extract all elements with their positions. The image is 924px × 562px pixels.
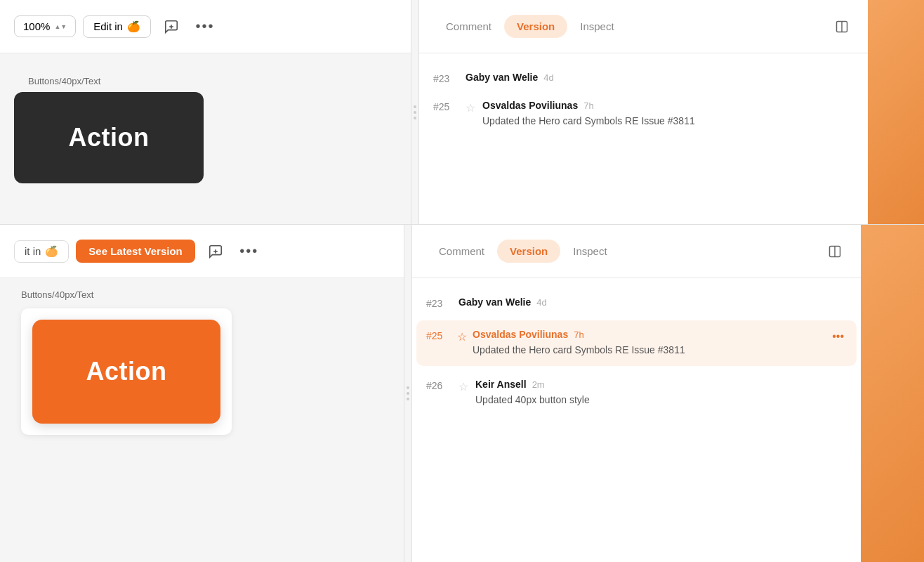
version-author: Gaby van Welie bbox=[466, 72, 538, 83]
version-time-highlighted: 7h bbox=[574, 329, 583, 340]
bottom-right-panel: Comment Version Inspect #23 bbox=[411, 225, 861, 562]
top-canvas-pane: 100% ▲▼ Edit in 🍊 ••• Buttons/40px/Text bbox=[0, 0, 411, 224]
version-item-23-bottom: #23 Gaby van Welie 4d bbox=[426, 289, 847, 318]
tab-version-bottom[interactable]: Version bbox=[497, 240, 560, 263]
version-time: 4d bbox=[543, 72, 553, 83]
zoom-value: 100% bbox=[23, 20, 50, 32]
split-view-button-top[interactable] bbox=[830, 15, 854, 39]
version-header-26: Keir Ansell 2m bbox=[475, 379, 847, 390]
more-options-button-bottom[interactable]: ••• bbox=[236, 238, 263, 265]
ellipsis-icon-bottom: ••• bbox=[239, 243, 258, 259]
bottom-canvas-content: Buttons/40px/Text Action bbox=[0, 278, 404, 562]
version-number: #23 bbox=[433, 72, 458, 84]
version-header: Gaby van Welie 4d bbox=[458, 296, 847, 308]
edit-btn-label: Edit in bbox=[93, 20, 123, 32]
edit-sketch-button-bottom[interactable]: it in 🍊 bbox=[14, 240, 69, 263]
version-number-highlighted: #25 bbox=[426, 329, 451, 341]
version-info: Gaby van Welie 4d bbox=[458, 296, 847, 311]
zoom-chevrons: ▲▼ bbox=[54, 23, 67, 30]
canvas-label-top: Buttons/40px/Text bbox=[14, 65, 397, 92]
version-info: Gaby van Welie 4d bbox=[466, 72, 854, 86]
action-button-orange: Action bbox=[32, 320, 220, 424]
bottom-canvas-pane: it in 🍊 See Latest Version ••• Buttons/4… bbox=[0, 225, 404, 562]
sketch-icon: 🍊 bbox=[127, 20, 140, 33]
ellipsis-icon: ••• bbox=[195, 18, 214, 34]
version-author: Osvaldas Poviliunas bbox=[482, 100, 578, 111]
version-info: Osvaldas Poviliunas 7h Updated the Hero … bbox=[482, 100, 854, 129]
panel-divider-vertical-bottom bbox=[404, 225, 411, 562]
version-desc: Updated the Hero card Symbols RE Issue #… bbox=[482, 114, 854, 129]
action-text-dark: Action bbox=[69, 123, 150, 152]
version-number: #25 bbox=[433, 100, 458, 112]
see-latest-button[interactable]: See Latest Version bbox=[76, 240, 194, 263]
top-right-toolbar: Comment Version Inspect bbox=[419, 0, 868, 53]
canvas-label-bottom: Buttons/40px/Text bbox=[21, 289, 390, 308]
add-comment-button[interactable] bbox=[158, 13, 185, 40]
version-list-bottom: #23 Gaby van Welie 4d #25 ☆ Osvaldas Pov… bbox=[412, 278, 861, 562]
version-author-highlighted: Osvaldas Poviliunas bbox=[473, 329, 568, 340]
more-options-version-button[interactable]: ••• bbox=[829, 329, 847, 344]
bottom-toolbar: it in 🍊 See Latest Version ••• bbox=[0, 225, 404, 278]
top-canvas-area: Buttons/40px/Text Action bbox=[0, 53, 411, 224]
panel-divider-vertical bbox=[411, 0, 418, 224]
version-time: 7h bbox=[583, 100, 593, 111]
tab-inspect-top[interactable]: Inspect bbox=[567, 15, 626, 38]
split-view-button-bottom[interactable] bbox=[823, 240, 847, 263]
version-item-23-top: #23 Gaby van Welie 4d bbox=[433, 65, 854, 93]
tab-comment-bottom[interactable]: Comment bbox=[426, 240, 497, 263]
version-list-top: #23 Gaby van Welie 4d #25 ☆ Osvaldas Pov… bbox=[419, 53, 868, 224]
star-icon-highlighted: ☆ bbox=[457, 329, 467, 344]
version-info-highlighted: Osvaldas Poviliunas 7h Updated the Hero … bbox=[473, 329, 824, 358]
tab-inspect-bottom[interactable]: Inspect bbox=[560, 240, 619, 263]
action-card-bottom: Action bbox=[21, 308, 232, 435]
version-time-26: 2m bbox=[532, 379, 545, 390]
top-panel: 100% ▲▼ Edit in 🍊 ••• Buttons/40px/Text bbox=[0, 0, 924, 225]
see-latest-label: See Latest Version bbox=[88, 245, 182, 257]
star-icon-26: ☆ bbox=[458, 379, 468, 393]
add-comment-button-bottom[interactable] bbox=[202, 238, 229, 265]
version-info-26: Keir Ansell 2m Updated 40px button style bbox=[475, 379, 847, 407]
top-toolbar: 100% ▲▼ Edit in 🍊 ••• bbox=[0, 0, 411, 53]
bottom-canvas-inner: Buttons/40px/Text Action bbox=[14, 289, 390, 435]
action-text-orange: Action bbox=[86, 357, 167, 386]
version-desc-highlighted: Updated the Hero card Symbols RE Issue #… bbox=[473, 343, 824, 358]
version-number: #26 bbox=[426, 379, 451, 391]
sketch-icon-bottom: 🍊 bbox=[45, 245, 58, 258]
action-button-dark: Action bbox=[14, 92, 204, 183]
version-time: 4d bbox=[536, 297, 546, 308]
tab-version-top[interactable]: Version bbox=[504, 15, 567, 38]
version-item-26-bottom: #26 ☆ Keir Ansell 2m Updated 40px button… bbox=[426, 372, 847, 414]
tab-comment-top[interactable]: Comment bbox=[433, 15, 504, 38]
version-author-26: Keir Ansell bbox=[475, 379, 527, 390]
more-options-button[interactable]: ••• bbox=[192, 13, 218, 40]
version-header: Osvaldas Poviliunas 7h bbox=[482, 100, 854, 111]
top-right-panel: Comment Version Inspect #23 bbox=[418, 0, 868, 224]
version-item-25-bottom-highlighted: #25 ☆ Osvaldas Poviliunas 7h Updated the… bbox=[416, 320, 857, 366]
star-icon: ☆ bbox=[466, 100, 475, 115]
bottom-panel: it in 🍊 See Latest Version ••• Buttons/4… bbox=[0, 225, 924, 562]
version-desc-26: Updated 40px button style bbox=[475, 393, 847, 407]
orange-accent-top bbox=[868, 0, 924, 224]
version-item-25-top: #25 ☆ Osvaldas Poviliunas 7h Updated the… bbox=[433, 93, 854, 136]
orange-accent-bottom bbox=[861, 225, 924, 562]
edit-partial-label: it in bbox=[25, 245, 41, 257]
version-header: Gaby van Welie 4d bbox=[466, 72, 854, 83]
zoom-control[interactable]: 100% ▲▼ bbox=[14, 15, 76, 37]
version-author: Gaby van Welie bbox=[458, 296, 531, 308]
bottom-right-toolbar: Comment Version Inspect bbox=[412, 225, 861, 278]
version-number: #23 bbox=[426, 296, 451, 309]
edit-sketch-button[interactable]: Edit in 🍊 bbox=[83, 15, 151, 38]
version-header-highlighted: Osvaldas Poviliunas 7h bbox=[473, 329, 824, 340]
